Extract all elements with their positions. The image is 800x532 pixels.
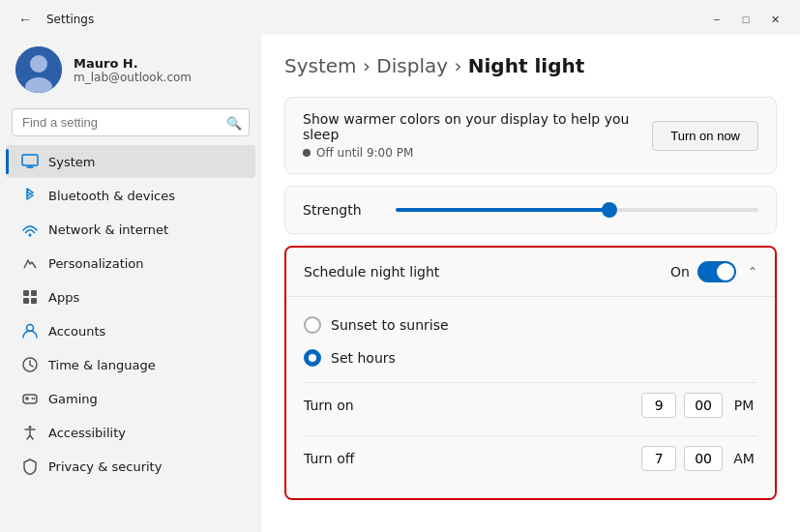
time-icon bbox=[21, 356, 39, 373]
search-icon[interactable]: 🔍 bbox=[226, 115, 242, 130]
sidebar-item-system-label: System bbox=[48, 155, 95, 169]
sidebar-item-personalization-label: Personalization bbox=[48, 256, 144, 271]
radio-sethours-circle bbox=[304, 349, 321, 367]
sidebar-item-bluetooth[interactable]: Bluetooth & devices bbox=[6, 179, 255, 212]
avatar bbox=[15, 46, 62, 93]
turn-on-row: Turn on 9 00 PM bbox=[304, 382, 757, 428]
sidebar: Mauro H. m_lab@outlook.com 🔍 System bbox=[0, 35, 261, 532]
search-input[interactable] bbox=[12, 108, 250, 136]
maximize-button[interactable]: □ bbox=[732, 9, 759, 30]
close-button[interactable]: ✕ bbox=[761, 9, 788, 30]
svg-point-16 bbox=[32, 398, 34, 399]
turn-on-fields: 9 00 PM bbox=[641, 393, 757, 418]
turn-off-minute[interactable]: 00 bbox=[684, 446, 723, 471]
app-title: Settings bbox=[46, 13, 94, 26]
status-card-left: Show warmer colors on your display to he… bbox=[303, 111, 652, 160]
status-indicator: Off until 9:00 PM bbox=[303, 146, 652, 160]
search-box: 🔍 bbox=[12, 108, 250, 136]
schedule-card: Schedule night light On ⌃ Sunset to sunr… bbox=[284, 246, 777, 500]
breadcrumb: System › Display › Night light bbox=[284, 54, 777, 77]
svg-rect-9 bbox=[23, 298, 29, 304]
radio-sunset-label: Sunset to sunrise bbox=[331, 317, 449, 333]
network-icon bbox=[21, 221, 39, 238]
user-info: Mauro H. m_lab@outlook.com bbox=[74, 56, 192, 84]
svg-rect-3 bbox=[22, 155, 38, 165]
sidebar-item-network[interactable]: Network & internet bbox=[6, 213, 255, 246]
sidebar-item-time[interactable]: Time & language bbox=[6, 348, 255, 381]
status-text: Off until 9:00 PM bbox=[316, 146, 413, 160]
turn-on-hour[interactable]: 9 bbox=[641, 393, 676, 418]
radio-sunset[interactable]: Sunset to sunrise bbox=[304, 309, 757, 341]
sidebar-item-accessibility-label: Accessibility bbox=[48, 426, 126, 440]
slider-thumb[interactable] bbox=[602, 202, 617, 218]
svg-rect-8 bbox=[31, 290, 37, 296]
svg-point-6 bbox=[29, 234, 32, 237]
sidebar-item-privacy[interactable]: Privacy & security bbox=[6, 450, 255, 483]
chevron-up-icon: ⌃ bbox=[748, 265, 757, 279]
system-icon bbox=[21, 153, 39, 170]
turn-off-label: Turn off bbox=[304, 451, 641, 466]
sidebar-item-time-label: Time & language bbox=[48, 358, 156, 372]
radio-sethours-label: Set hours bbox=[331, 350, 396, 366]
breadcrumb-sep2: › bbox=[454, 54, 467, 77]
strength-slider[interactable] bbox=[396, 200, 758, 220]
main-content: System › Display › Night light Show warm… bbox=[261, 35, 800, 532]
radio-sethours[interactable]: Set hours bbox=[304, 341, 757, 374]
schedule-body: Sunset to sunrise Set hours Turn on 9 00… bbox=[286, 296, 775, 498]
app-body: Mauro H. m_lab@outlook.com 🔍 System bbox=[0, 35, 800, 532]
status-card: Show warmer colors on your display to he… bbox=[284, 97, 777, 174]
schedule-toggle[interactable] bbox=[697, 261, 736, 282]
personalization-icon bbox=[21, 254, 39, 272]
sidebar-item-bluetooth-label: Bluetooth & devices bbox=[48, 189, 175, 203]
sidebar-item-apps-label: Apps bbox=[48, 290, 79, 305]
schedule-header-right: On ⌃ bbox=[670, 261, 757, 282]
gaming-icon bbox=[21, 390, 39, 407]
back-button[interactable]: ← bbox=[12, 6, 39, 33]
breadcrumb-display: Display bbox=[376, 54, 448, 77]
radio-sunset-circle bbox=[304, 316, 321, 334]
user-name: Mauro H. bbox=[74, 56, 192, 71]
schedule-label: Schedule night light bbox=[304, 264, 439, 280]
accessibility-icon bbox=[21, 424, 39, 441]
svg-point-1 bbox=[30, 55, 47, 73]
svg-point-17 bbox=[34, 398, 36, 399]
sidebar-item-accounts[interactable]: Accounts bbox=[6, 314, 255, 347]
sidebar-item-privacy-label: Privacy & security bbox=[48, 459, 162, 474]
sidebar-item-network-label: Network & internet bbox=[48, 222, 168, 237]
turn-on-button[interactable]: Turn on now bbox=[652, 121, 758, 151]
sidebar-item-accessibility[interactable]: Accessibility bbox=[6, 416, 255, 449]
user-email: m_lab@outlook.com bbox=[74, 71, 192, 84]
sidebar-item-apps[interactable]: Apps bbox=[6, 281, 255, 313]
bluetooth-icon bbox=[21, 187, 39, 204]
strength-label: Strength bbox=[303, 202, 380, 218]
svg-rect-10 bbox=[31, 298, 37, 304]
sidebar-item-personalization[interactable]: Personalization bbox=[6, 247, 255, 280]
accounts-icon bbox=[21, 322, 39, 340]
sidebar-item-gaming-label: Gaming bbox=[48, 392, 98, 406]
sidebar-item-accounts-label: Accounts bbox=[48, 324, 105, 339]
toggle-state-label: On bbox=[670, 264, 690, 280]
title-bar-left: ← Settings bbox=[12, 6, 94, 33]
nav-list: System Bluetooth & devices bbox=[0, 144, 261, 484]
toggle-thumb bbox=[717, 263, 734, 281]
breadcrumb-sep1: › bbox=[363, 54, 376, 77]
turn-off-fields: 7 00 AM bbox=[641, 446, 757, 471]
turn-off-ampm: AM bbox=[730, 451, 757, 466]
title-bar: ← Settings − □ ✕ bbox=[0, 0, 800, 35]
turn-off-hour[interactable]: 7 bbox=[641, 446, 676, 471]
slider-track bbox=[396, 208, 758, 212]
privacy-icon bbox=[21, 458, 39, 475]
turn-on-label: Turn on bbox=[304, 398, 641, 413]
minimize-button[interactable]: − bbox=[703, 9, 730, 30]
strength-card: Strength bbox=[284, 186, 777, 234]
user-profile: Mauro H. m_lab@outlook.com bbox=[0, 35, 261, 108]
breadcrumb-system: System bbox=[284, 54, 357, 77]
schedule-header[interactable]: Schedule night light On ⌃ bbox=[286, 248, 775, 296]
slider-fill bbox=[396, 208, 613, 212]
turn-on-minute[interactable]: 00 bbox=[684, 393, 723, 418]
sidebar-item-system[interactable]: System bbox=[6, 145, 255, 178]
svg-point-18 bbox=[29, 426, 32, 429]
status-card-title: Show warmer colors on your display to he… bbox=[303, 111, 652, 142]
svg-rect-7 bbox=[23, 290, 29, 296]
sidebar-item-gaming[interactable]: Gaming bbox=[6, 382, 255, 415]
